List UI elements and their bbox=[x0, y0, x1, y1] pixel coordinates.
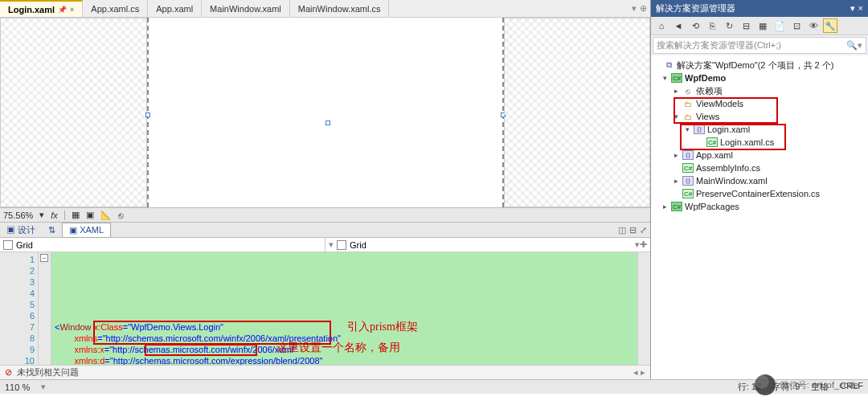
home-icon[interactable]: ⌂ bbox=[654, 18, 669, 33]
solution-explorer-search[interactable]: 搜索解决方案资源管理器(Ctrl+;) 🔍▾ bbox=[653, 37, 866, 54]
tab-login-xaml[interactable]: Login.xaml📌× bbox=[0, 0, 83, 17]
cs-file-icon: C# bbox=[706, 137, 718, 147]
tree-dependencies-node[interactable]: ▸⎋依赖项 bbox=[653, 84, 866, 97]
effects-icon[interactable]: ⎋ bbox=[118, 211, 124, 220]
grid-toggle-icon[interactable]: ▦ bbox=[72, 210, 80, 220]
tab-add-icon[interactable]: ⊕ bbox=[640, 3, 647, 14]
tree-project-wpfpackages[interactable]: ▸C#WpfPackages bbox=[653, 200, 866, 213]
sync-icon[interactable]: ⟲ bbox=[688, 18, 702, 33]
split-vertical-icon[interactable]: ◫ bbox=[618, 225, 626, 235]
tree-file-assemblyinfo[interactable]: C#AssemblyInfo.cs bbox=[653, 162, 866, 174]
status-zoom[interactable]: 110 % bbox=[5, 382, 30, 392]
designer-toolbar: 75.56% ▾ fx ▦ ▣ 📐 ⎋ bbox=[0, 207, 650, 222]
xaml-file-icon: ⟨⟩ bbox=[682, 150, 694, 160]
csproj-icon: C# bbox=[671, 73, 682, 83]
solution-tree[interactable]: ⧉解决方案"WpfDemo"(2 个项目，共 2 个) ▾C#WpfDemo ▸… bbox=[651, 55, 868, 379]
expand-icon[interactable]: ⤢ bbox=[640, 225, 647, 235]
design-xaml-splitter[interactable]: ▣ 设计 ⇅ ▣ XAML ◫ ⊟ ⤢ bbox=[0, 222, 650, 238]
tab-app-xaml-cs[interactable]: App.xaml.cs bbox=[83, 0, 148, 17]
close-icon[interactable]: × bbox=[70, 6, 74, 14]
design-tab[interactable]: ▣ 设计 bbox=[0, 223, 42, 238]
xaml-file-icon: ⟨⟩ bbox=[694, 125, 705, 134]
tree-folder-views[interactable]: ▾🗀Views bbox=[653, 110, 866, 123]
pin-icon[interactable]: 📌 bbox=[58, 6, 67, 14]
breadcrumb-right[interactable]: Grid bbox=[350, 240, 366, 250]
tree-file-mainwindow-xaml[interactable]: ▸⟨⟩MainWindow.xaml bbox=[653, 174, 866, 187]
solution-explorer: 解决方案资源管理器 ▾× ⌂ ◄ ⟲ ⎘ ↻ ⊟ ▦ 📄 ⊡ 👁 🔧 搜索解决方… bbox=[651, 0, 868, 379]
xaml-tab[interactable]: ▣ XAML bbox=[62, 223, 111, 238]
solution-icon: ⧉ bbox=[663, 60, 674, 70]
tab-overflow-icon[interactable]: ▾ bbox=[632, 3, 637, 14]
back-icon[interactable]: ◄ bbox=[671, 18, 686, 33]
solution-explorer-title: 解决方案资源管理器 ▾× bbox=[651, 0, 868, 17]
tree-file-app-xaml[interactable]: ▸⟨⟩App.xaml bbox=[653, 149, 866, 162]
wrench-icon[interactable]: 🔧 bbox=[823, 18, 837, 33]
tree-project-node[interactable]: ▾C#WpfDemo bbox=[653, 72, 866, 84]
xaml-breadcrumb-bar: Grid ▾Grid▾✚ bbox=[0, 238, 650, 252]
fx-icon[interactable]: fx bbox=[51, 211, 58, 220]
xaml-designer-surface[interactable] bbox=[0, 18, 650, 207]
watermark: 微信号: art_of_code bbox=[755, 374, 858, 395]
solution-explorer-toolbar: ⌂ ◄ ⟲ ⎘ ↻ ⊟ ▦ 📄 ⊡ 👁 🔧 bbox=[651, 17, 868, 35]
vertical-scrollbar[interactable] bbox=[637, 252, 650, 365]
swap-icon[interactable]: ⇅ bbox=[42, 223, 62, 237]
close-icon[interactable]: × bbox=[858, 3, 863, 14]
tab-mainwindow-xaml[interactable]: MainWindow.xaml bbox=[202, 0, 290, 17]
search-icon[interactable]: 🔍▾ bbox=[846, 40, 862, 51]
tab-app-xaml[interactable]: App.xaml bbox=[148, 0, 202, 17]
line-number-gutter: 1234567891011121314 bbox=[0, 252, 39, 365]
preview-icon[interactable]: ⊡ bbox=[789, 18, 804, 33]
issues-nav-icon[interactable]: ◂ ▸ bbox=[633, 367, 645, 378]
window-menu-icon[interactable]: ▾ bbox=[850, 3, 855, 14]
snap-icon[interactable]: ▣ bbox=[86, 210, 94, 220]
cs-file-icon: C# bbox=[682, 163, 694, 173]
zoom-level[interactable]: 75.56% bbox=[3, 211, 33, 220]
xaml-file-icon: ⟨⟩ bbox=[682, 176, 694, 186]
ruler-icon[interactable]: 📐 bbox=[100, 210, 112, 220]
folder-icon: 🗀 bbox=[682, 112, 694, 121]
status-bar: 110 % ▾ 行: 12 字符: 9 空格 CRLF bbox=[0, 379, 868, 394]
annotation-text-2: 这里设置一个名称，备用 bbox=[276, 342, 400, 354]
csproj-icon: C# bbox=[671, 202, 682, 211]
properties-icon[interactable]: 📄 bbox=[772, 18, 787, 33]
xaml-code-editor[interactable]: 1234567891011121314 − − 引入prism框架 这里设置一个… bbox=[0, 252, 650, 365]
document-tabs: Login.xaml📌× App.xaml.cs App.xaml MainWi… bbox=[0, 0, 650, 18]
tree-file-preserve-ext[interactable]: C#PreserveContainerExtension.cs bbox=[653, 187, 866, 200]
view-icon[interactable]: 👁 bbox=[806, 18, 821, 33]
tree-folder-viewmodels[interactable]: 🗀ViewModels bbox=[653, 97, 866, 110]
tree-file-login-xaml[interactable]: ▾⟨⟩Login.xaml bbox=[653, 123, 866, 136]
collapse-toggle-icon[interactable]: − bbox=[40, 254, 48, 262]
grid-icon bbox=[337, 240, 346, 250]
issues-text: 未找到相关问题 bbox=[17, 366, 79, 378]
filter-icon[interactable]: ⎘ bbox=[705, 18, 719, 33]
split-horizontal-icon[interactable]: ⊟ bbox=[629, 225, 637, 235]
error-icon: ⊘ bbox=[5, 367, 12, 378]
issues-bar: ⊘ 未找到相关问题 ◂ ▸ bbox=[0, 365, 650, 379]
grid-icon bbox=[3, 240, 13, 250]
tab-mainwindow-xaml-cs[interactable]: MainWindow.xaml.cs bbox=[290, 0, 390, 17]
show-all-icon[interactable]: ▦ bbox=[755, 18, 770, 33]
split-plus-icon[interactable]: ▾✚ bbox=[635, 239, 647, 250]
breadcrumb-left[interactable]: Grid bbox=[16, 240, 33, 250]
collapse-all-icon[interactable]: ⊟ bbox=[739, 18, 753, 33]
dependencies-icon: ⎋ bbox=[682, 86, 694, 96]
refresh-icon[interactable]: ↻ bbox=[722, 18, 736, 33]
wechat-logo-icon bbox=[755, 374, 776, 395]
folder-icon: 🗀 bbox=[682, 99, 694, 108]
annotation-text-1: 引入prism框架 bbox=[347, 321, 418, 333]
tree-solution-node[interactable]: ⧉解决方案"WpfDemo"(2 个项目，共 2 个) bbox=[653, 59, 866, 72]
cs-file-icon: C# bbox=[682, 189, 694, 198]
tree-file-login-xaml-cs[interactable]: C#Login.xaml.cs bbox=[653, 136, 866, 149]
